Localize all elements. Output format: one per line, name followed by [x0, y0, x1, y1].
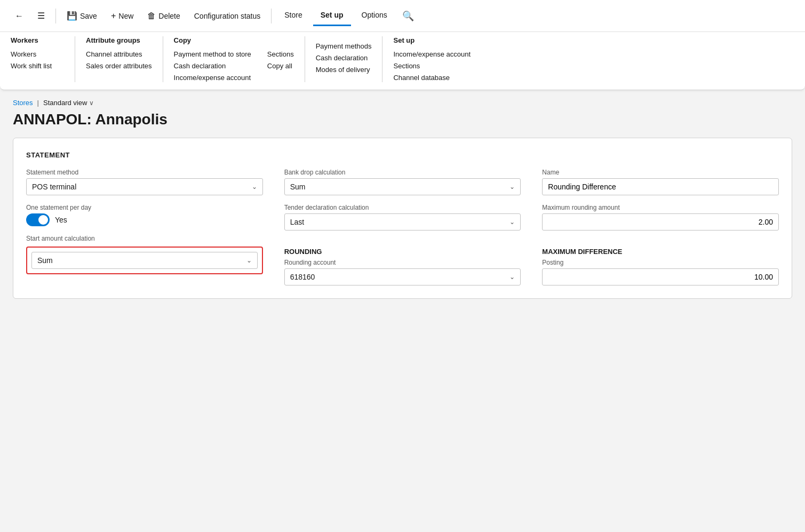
statement-method-select[interactable]: POS terminal ⌄: [26, 178, 263, 195]
search-icon[interactable]: 🔍: [402, 10, 414, 22]
page-content: Stores | Standard view ∨ ANNAPOL: Annapo…: [0, 90, 805, 307]
bank-drop-label: Bank drop calculation: [284, 169, 521, 176]
menu-button[interactable]: ☰: [32, 7, 50, 24]
bank-drop-value: Sum: [290, 182, 306, 191]
page-title: ANNAPOL: Annapolis: [13, 111, 792, 128]
max-rounding-field: Maximum rounding amount: [542, 204, 779, 231]
back-icon: ←: [15, 11, 23, 21]
tender-declaration-label: Tender declaration calculation: [284, 204, 521, 211]
toolbar-separator-1: [55, 9, 56, 23]
ribbon-item-payment-method-to-store[interactable]: Payment method to store: [174, 50, 251, 59]
tender-declaration-field: Tender declaration calculation Last ⌄: [284, 204, 521, 231]
ribbon-payment-items: Payment methods Cash declaration Modes o…: [316, 42, 372, 74]
toolbar: ← ☰ 💾 Save + Set up New 🗑 Delete Configu…: [0, 0, 805, 32]
rounding-account-value: 618160: [290, 273, 315, 281]
ribbon-item-workers[interactable]: Workers: [11, 50, 64, 59]
breadcrumb-separator: |: [37, 99, 39, 107]
start-amount-field: Start amount calculation Sum ⌄: [26, 235, 263, 274]
tender-declaration-select[interactable]: Last ⌄: [284, 213, 521, 231]
tab-setup[interactable]: Set up: [313, 5, 351, 26]
ribbon-item-sales-order-attributes[interactable]: Sales order attributes: [86, 61, 152, 70]
delete-button[interactable]: 🗑 Delete: [142, 8, 185, 24]
view-selector-label: Standard view: [43, 99, 87, 107]
ribbon-item-modes-of-delivery[interactable]: Modes of delivery: [316, 65, 372, 74]
rounding-section-field: ROUNDING Rounding account 618160 ⌄: [284, 248, 521, 285]
chevron-down-icon: ∨: [89, 99, 94, 107]
breadcrumb-link[interactable]: Stores: [13, 99, 33, 107]
ribbon-group-payment: Payment methods Cash declaration Modes o…: [305, 36, 382, 82]
ribbon-group-copy-header: Copy: [174, 36, 294, 44]
ribbon-group-attribute-groups: Attribute groups Channel attributes Sale…: [75, 36, 163, 82]
ribbon-group-setup: Set up Income/expense account Sections C…: [382, 36, 481, 82]
tab-store[interactable]: Store: [277, 5, 309, 26]
max-rounding-input[interactable]: [542, 213, 779, 231]
form-grid: Statement method POS terminal ⌄ One stat…: [26, 169, 779, 285]
ribbon-group-attribute-groups-header: Attribute groups: [86, 36, 152, 44]
breadcrumb: Stores | Standard view ∨: [13, 99, 792, 107]
posting-input[interactable]: [542, 268, 779, 285]
ribbon-group-attribute-items: Channel attributes Sales order attribute…: [86, 50, 152, 70]
back-button[interactable]: ←: [10, 8, 29, 24]
toggle-row: Yes: [26, 213, 263, 226]
rounding-account-select[interactable]: 618160 ⌄: [284, 268, 521, 285]
max-difference-section-field: MAXIMUM DIFFERENCE Posting: [542, 248, 779, 285]
start-amount-select[interactable]: Sum ⌄: [31, 252, 258, 269]
form-card: STATEMENT Statement method POS terminal …: [13, 138, 792, 299]
tab-options[interactable]: Options: [354, 5, 395, 26]
trash-icon: 🗑: [147, 11, 156, 21]
save-button[interactable]: 💾 Save: [61, 7, 102, 24]
statement-method-chevron-icon: ⌄: [252, 183, 257, 190]
ribbon-item-cash-declaration-2[interactable]: Cash declaration: [316, 53, 372, 62]
statement-method-value: POS terminal: [32, 182, 76, 191]
rounding-account-label: Rounding account: [284, 259, 521, 266]
toolbar-separator-2: [271, 9, 272, 23]
ribbon-item-sections-2[interactable]: Sections: [393, 61, 471, 70]
hamburger-icon: ☰: [37, 11, 45, 21]
ribbon-item-work-shift-list[interactable]: Work shift list: [11, 61, 64, 70]
ribbon-item-income-expense-account-2[interactable]: Income/expense account: [393, 50, 471, 59]
view-selector[interactable]: Standard view ∨: [43, 99, 94, 107]
ribbon-item-income-expense-account[interactable]: Income/expense account: [174, 73, 251, 82]
toggle-knob: [38, 215, 48, 225]
ribbon-group-setup-header: Set up: [393, 36, 471, 44]
tender-declaration-chevron-icon: ⌄: [509, 218, 515, 226]
ribbon-item-copy-all[interactable]: Copy all: [267, 61, 294, 70]
bank-drop-field: Bank drop calculation Sum ⌄: [284, 169, 521, 195]
rounding-section-title: ROUNDING: [284, 248, 521, 256]
rounding-account-chevron-icon: ⌄: [509, 273, 515, 281]
posting-label: Posting: [542, 259, 779, 266]
form-col-name: Name Maximum rounding amount MAXIMUM DIF…: [542, 169, 779, 285]
ribbon-item-channel-attributes[interactable]: Channel attributes: [86, 50, 152, 59]
toggle-value-label: Yes: [55, 216, 67, 224]
max-rounding-label: Maximum rounding amount: [542, 204, 779, 211]
start-amount-chevron-icon: ⌄: [246, 257, 252, 264]
one-statement-label: One statement per day: [26, 204, 263, 211]
start-amount-highlight: Sum ⌄: [26, 247, 263, 274]
ribbon-setup-items: Income/expense account Sections Channel …: [393, 50, 471, 82]
new-button[interactable]: + Set up New: [106, 8, 139, 24]
name-label: Name: [542, 169, 779, 176]
name-input[interactable]: [542, 178, 779, 195]
config-status-button[interactable]: Configuration status: [189, 9, 266, 23]
one-statement-toggle[interactable]: [26, 213, 50, 226]
ribbon: Workers Workers Work shift list Attribut…: [0, 32, 805, 90]
max-difference-section-title: MAXIMUM DIFFERENCE: [542, 248, 779, 256]
ribbon-item-payment-methods[interactable]: Payment methods: [316, 42, 372, 51]
form-col-statement: Statement method POS terminal ⌄ One stat…: [26, 169, 263, 285]
name-field: Name: [542, 169, 779, 195]
ribbon-item-channel-database[interactable]: Channel database: [393, 73, 471, 82]
ribbon-copy-col1: Payment method to store Cash declaration…: [174, 50, 251, 82]
plus-icon: +: [111, 11, 116, 21]
ribbon-item-cash-declaration[interactable]: Cash declaration: [174, 61, 251, 70]
bank-drop-select[interactable]: Sum ⌄: [284, 178, 521, 195]
statement-method-field: Statement method POS terminal ⌄: [26, 169, 263, 195]
ribbon-item-sections[interactable]: Sections: [267, 50, 294, 59]
ribbon-copy-col2: Sections Copy all: [267, 50, 294, 82]
start-amount-value: Sum: [37, 256, 53, 265]
save-icon: 💾: [67, 11, 77, 21]
ribbon-group-workers: Workers Workers Work shift list: [11, 36, 75, 82]
start-amount-label: Start amount calculation: [26, 235, 263, 242]
tender-declaration-value: Last: [290, 218, 304, 226]
statement-section-title: STATEMENT: [26, 151, 779, 159]
ribbon-group-copy: Copy Payment method to store Cash declar…: [163, 36, 305, 82]
